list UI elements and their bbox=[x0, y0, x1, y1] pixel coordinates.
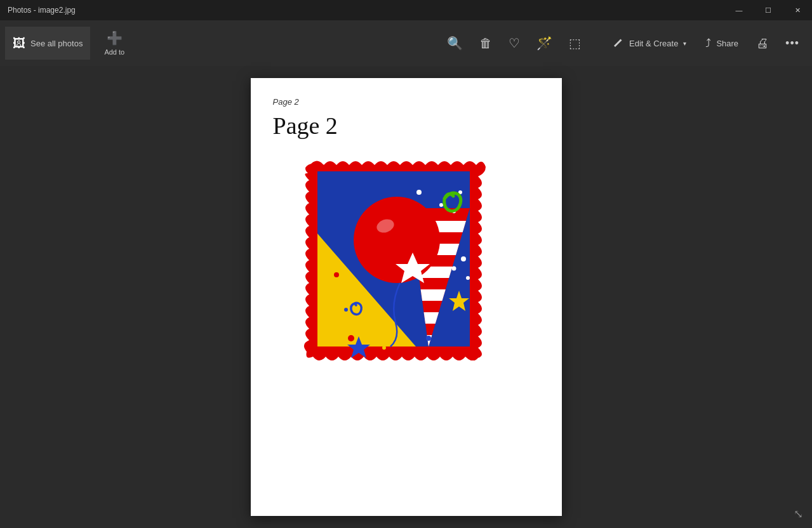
dropdown-icon: ▾ bbox=[683, 40, 686, 47]
print-button[interactable]: 🖨 bbox=[749, 27, 776, 60]
see-all-photos-label: See all photos bbox=[30, 39, 83, 48]
delete-button[interactable]: 🗑 bbox=[472, 27, 500, 60]
magic-icon: 🪄 bbox=[536, 36, 552, 51]
document-container: Page 2 Page 2 bbox=[251, 78, 562, 516]
edit-create-label: Edit & Create bbox=[629, 39, 678, 48]
title-bar: Photos - image2.jpg — ☐ ✕ bbox=[0, 0, 812, 20]
zoom-icon: 🔍 bbox=[447, 36, 463, 51]
zoom-button[interactable]: 🔍 bbox=[439, 27, 470, 60]
edit-create-button[interactable]: Edit & Create ▾ bbox=[604, 27, 695, 60]
add-to-label: Add to bbox=[104, 48, 124, 56]
trash-icon: 🗑 bbox=[479, 36, 492, 51]
window-controls: — ☐ ✕ bbox=[724, 0, 812, 20]
share-icon: ⤴ bbox=[705, 37, 711, 50]
more-button[interactable]: ••• bbox=[778, 27, 807, 60]
main-content: Page 2 Page 2 bbox=[0, 66, 812, 528]
add-to-button[interactable]: ➕ Add to bbox=[97, 27, 132, 60]
more-icon: ••• bbox=[785, 37, 799, 50]
heart-icon: ♡ bbox=[509, 36, 520, 51]
page-label-large: Page 2 bbox=[273, 112, 338, 140]
print-icon: 🖨 bbox=[756, 36, 769, 51]
svg-point-21 bbox=[348, 335, 354, 341]
svg-point-26 bbox=[451, 267, 456, 271]
edit-icon bbox=[613, 37, 624, 50]
share-label: Share bbox=[716, 39, 738, 48]
svg-point-15 bbox=[439, 203, 443, 207]
svg-point-25 bbox=[461, 256, 466, 261]
add-icon: ➕ bbox=[107, 30, 123, 46]
svg-point-22 bbox=[426, 336, 431, 341]
share-button[interactable]: ⤴ Share bbox=[696, 27, 747, 60]
svg-point-24 bbox=[344, 308, 348, 312]
svg-point-14 bbox=[416, 190, 422, 195]
favorite-button[interactable]: ♡ bbox=[501, 27, 528, 60]
stamp-image bbox=[302, 157, 486, 360]
close-button[interactable]: ✕ bbox=[783, 0, 812, 20]
enhance-button[interactable]: 🪄 bbox=[529, 27, 560, 60]
photos-icon: 🖼 bbox=[13, 36, 25, 51]
festive-stamp-svg bbox=[302, 157, 486, 360]
page-label-small: Page 2 bbox=[273, 97, 299, 107]
crop-icon: ⬚ bbox=[569, 36, 581, 51]
toolbar: 🖼 See all photos ➕ Add to 🔍 🗑 ♡ 🪄 ⬚ Edit bbox=[0, 20, 812, 66]
see-all-photos-button[interactable]: 🖼 See all photos bbox=[5, 27, 90, 60]
svg-point-20 bbox=[334, 272, 339, 277]
crop-button[interactable]: ⬚ bbox=[561, 27, 589, 60]
svg-point-27 bbox=[466, 276, 470, 280]
resize-handle[interactable]: ⤡ bbox=[790, 506, 806, 522]
svg-point-23 bbox=[382, 346, 386, 350]
maximize-button[interactable]: ☐ bbox=[754, 0, 783, 20]
minimize-button[interactable]: — bbox=[724, 0, 754, 20]
window-title: Photos - image2.jpg bbox=[8, 6, 724, 15]
svg-point-11 bbox=[354, 197, 440, 283]
